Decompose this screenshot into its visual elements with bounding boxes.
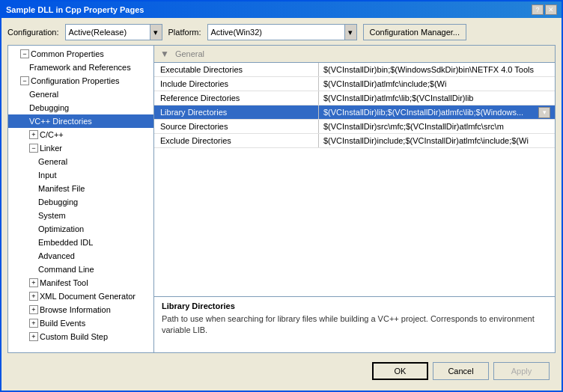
prop-row-lib-dirs[interactable]: Library Directories $(VCInstallDir)lib;$… — [154, 105, 555, 120]
tree-label: Linker — [40, 144, 62, 153]
config-manager-button[interactable]: Configuration Manager... — [363, 24, 466, 40]
desc-title: Library Directories — [162, 301, 547, 310]
title-bar: Sample DLL in Cpp Property Pages ? ✕ — [1, 1, 562, 18]
description-pane: Library Directories Path to use when sea… — [154, 296, 555, 352]
section-expand: ▼ — [160, 49, 169, 59]
tree-item-config-props[interactable]: Configuration Properties — [8, 74, 153, 88]
tree-item-vcpp-dirs[interactable]: VC++ Directories — [8, 114, 153, 128]
tree-item-linker[interactable]: Linker — [8, 141, 153, 155]
tree-item-linker-system[interactable]: System — [8, 209, 153, 222]
ok-button[interactable]: OK — [372, 362, 428, 380]
tree-item-linker-debug[interactable]: Debugging — [8, 195, 153, 209]
section-label: General — [175, 49, 204, 58]
tree-label: Browse Information — [40, 305, 111, 314]
tree-item-linker-general[interactable]: General — [8, 155, 153, 168]
tree-label: Manifest Tool — [40, 278, 88, 287]
tree-item-manifest-file[interactable]: Manifest File — [8, 182, 153, 195]
prop-value-src-dirs: $(VCInstallDir)src\mfc;$(VCInstallDir)at… — [319, 120, 555, 133]
tree-label: Common Properties — [31, 49, 104, 58]
prop-row-ref-dirs[interactable]: Reference Directories $(VCInstallDir)atl… — [154, 91, 555, 105]
tree-label: Debugging — [38, 197, 78, 206]
config-value: Active(Release) — [69, 28, 127, 37]
tree-label: Advanced — [38, 251, 75, 260]
prop-name-inc-dirs: Include Directories — [154, 77, 319, 91]
expand-browse-info[interactable] — [29, 305, 38, 314]
config-row: Configuration: Active(Release) ▾ Platfor… — [7, 24, 556, 40]
tree-label: Debugging — [29, 103, 69, 112]
prop-name-exe-dirs: Executable Directories — [154, 63, 319, 76]
cancel-button[interactable]: Cancel — [433, 362, 489, 380]
platform-dropdown[interactable]: Active(Win32) ▾ — [207, 24, 357, 40]
tree-item-advanced[interactable]: Advanced — [8, 249, 153, 263]
tree-label: Framework and References — [29, 63, 131, 72]
tree-item-xml-doc[interactable]: XML Document Generator — [8, 290, 153, 303]
tree-item-optimization[interactable]: Optimization — [8, 222, 153, 236]
tree-item-build-events[interactable]: Build Events — [8, 316, 153, 330]
prop-row-src-dirs[interactable]: Source Directories $(VCInstallDir)src\mf… — [154, 120, 555, 134]
right-pane: ▼ General Executable Directories $(VCIns… — [154, 46, 555, 352]
config-dropdown-arrow[interactable]: ▾ — [150, 25, 162, 40]
config-dropdown[interactable]: Active(Release) ▾ — [65, 24, 162, 40]
button-row: OK Cancel Apply — [7, 358, 556, 385]
title-bar-controls: ? ✕ — [532, 4, 557, 15]
prop-name-src-dirs: Source Directories — [154, 120, 319, 133]
prop-name-exc-dirs: Exclude Directories — [154, 134, 319, 147]
tree-item-browse-info[interactable]: Browse Information — [8, 303, 153, 316]
tree-item-debugging[interactable]: Debugging — [8, 101, 153, 114]
close-button[interactable]: ✕ — [545, 4, 557, 15]
prop-row-exc-dirs[interactable]: Exclude Directories $(VCInstallDir)inclu… — [154, 134, 555, 148]
tree-label: System — [38, 211, 66, 220]
tree-item-manifest-tool[interactable]: Manifest Tool — [8, 276, 153, 290]
window-title: Sample DLL in Cpp Property Pages — [6, 5, 144, 14]
help-button[interactable]: ? — [532, 4, 544, 15]
prop-value-inc-dirs: $(VCInstallDir)atlmfc\include;$(Wi — [319, 77, 555, 91]
prop-value-exe-dirs: $(VCInstallDir)bin;$(WindowsSdkDir)bin\N… — [319, 63, 555, 76]
expand-build-events[interactable] — [29, 319, 38, 328]
apply-button[interactable]: Apply — [493, 362, 550, 380]
tree-item-command-line[interactable]: Command Line — [8, 263, 153, 276]
tree-label: General — [29, 90, 58, 99]
tree-item-common-props[interactable]: Common Properties — [8, 47, 153, 61]
tree-item-linker-input[interactable]: Input — [8, 168, 153, 182]
tree-label: Manifest File — [38, 184, 85, 193]
tree-label: Embedded IDL — [38, 238, 93, 247]
prop-value-exc-dirs: $(VCInstallDir)include;$(VCInstallDir)at… — [319, 134, 555, 147]
lib-dirs-edit-btn[interactable]: ▾ — [538, 107, 550, 118]
prop-name-lib-dirs: Library Directories — [154, 105, 319, 119]
tree-label: XML Document Generator — [40, 292, 136, 301]
desc-text: Path to use when searching for library f… — [162, 313, 547, 337]
prop-row-exe-dirs[interactable]: Executable Directories $(VCInstallDir)bi… — [154, 63, 555, 77]
expand-common-props[interactable] — [20, 49, 29, 58]
tree-item-custom-build[interactable]: Custom Build Step — [8, 330, 153, 343]
prop-value-lib-dirs: $(VCInstallDir)lib;$(VCInstallDir)atlmfc… — [319, 105, 555, 119]
main-area: Common Properties Framework and Referenc… — [7, 45, 556, 353]
tree-item-embedded-idl[interactable]: Embedded IDL — [8, 236, 153, 249]
window-content: Configuration: Active(Release) ▾ Platfor… — [1, 18, 562, 391]
expand-xml-doc[interactable] — [29, 292, 38, 301]
tree-label: VC++ Directories — [29, 117, 92, 126]
config-label: Configuration: — [7, 28, 59, 37]
expand-linker[interactable] — [29, 144, 38, 153]
prop-value-ref-dirs: $(VCInstallDir)atlmfc\lib;$(VCInstallDir… — [319, 91, 555, 105]
prop-name-ref-dirs: Reference Directories — [154, 91, 319, 105]
tree-item-framework[interactable]: Framework and References — [8, 61, 153, 74]
main-window: Sample DLL in Cpp Property Pages ? ✕ Con… — [0, 0, 563, 392]
platform-dropdown-arrow[interactable]: ▾ — [344, 25, 356, 40]
platform-value: Active(Win32) — [211, 28, 262, 37]
tree-label: Custom Build Step — [40, 332, 108, 341]
tree-label: Optimization — [38, 224, 84, 233]
tree-item-general[interactable]: General — [8, 88, 153, 101]
tree-label: General — [38, 157, 67, 166]
expand-manifest-tool[interactable] — [29, 278, 38, 287]
properties-grid: Executable Directories $(VCInstallDir)bi… — [154, 63, 555, 296]
prop-row-inc-dirs[interactable]: Include Directories $(VCInstallDir)atlmf… — [154, 77, 555, 91]
tree-label: Build Events — [40, 319, 85, 328]
expand-config-props[interactable] — [20, 76, 29, 85]
tree-label: Command Line — [38, 265, 94, 274]
tree-item-cpp[interactable]: C/C++ — [8, 128, 153, 141]
tree-label: Configuration Properties — [31, 76, 120, 85]
expand-custom-build[interactable] — [29, 332, 38, 341]
expand-cpp[interactable] — [29, 130, 38, 139]
tree-pane: Common Properties Framework and Referenc… — [8, 46, 154, 352]
properties-header: ▼ General — [154, 46, 555, 63]
